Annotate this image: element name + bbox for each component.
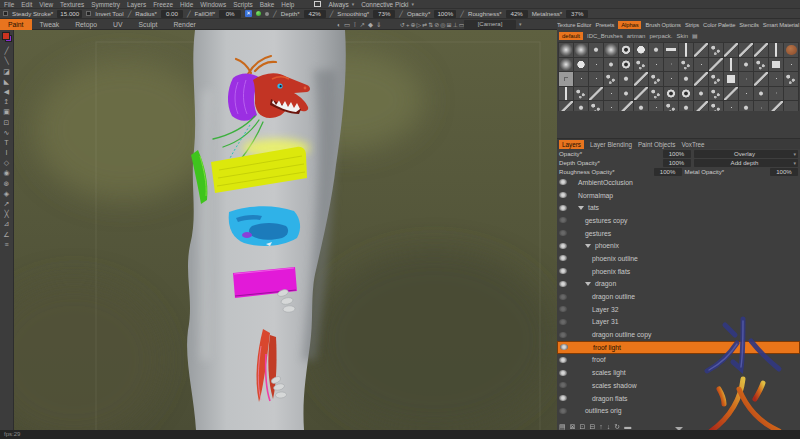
- layer-row-gestures-copy[interactable]: gestures copy: [557, 214, 800, 227]
- alpha-thumb-dot[interactable]: [604, 58, 618, 72]
- panel-tab-presets[interactable]: Presets: [595, 22, 614, 28]
- picking-dropdown[interactable]: Connective Picki ▾: [361, 1, 414, 8]
- panel-toggle-icon[interactable]: ▭: [344, 21, 350, 29]
- roughness-value[interactable]: 42%: [506, 10, 528, 18]
- zoom-icon[interactable]: ⊕: [411, 21, 416, 28]
- alpha-thumb-scatter[interactable]: [604, 72, 618, 86]
- alpha-thumb-dot[interactable]: [649, 43, 663, 57]
- alpha-thumb-scatter[interactable]: [784, 72, 798, 86]
- layers-tab-paint-objects[interactable]: Paint Objects: [638, 141, 675, 148]
- layer-row-phoenix-flats[interactable]: phoenix flats: [557, 265, 800, 278]
- alpha-thumb-noise[interactable]: [649, 58, 663, 72]
- shade-sphere-icon[interactable]: ◐: [337, 21, 341, 28]
- layer-row-normalmap[interactable]: Normalmap: [557, 189, 800, 202]
- layers-tab-voxtree[interactable]: VoxTree: [681, 141, 704, 148]
- focus-icon[interactable]: ◎: [440, 21, 445, 28]
- alpha-thumb-noise[interactable]: [589, 72, 603, 86]
- alpha-thumb-streak[interactable]: [694, 43, 708, 57]
- gem-tool-icon[interactable]: ◈: [1, 190, 13, 197]
- text-tool-icon[interactable]: T: [1, 139, 13, 146]
- menu-view[interactable]: View: [39, 1, 53, 8]
- alpha-thumb-grid[interactable]: [559, 72, 573, 86]
- layer-opacity-value[interactable]: 100%: [663, 150, 691, 158]
- alpha-thumb-brown[interactable]: [784, 43, 798, 57]
- steady-stroke-value[interactable]: 15.000: [57, 10, 82, 18]
- alpha-thumb-speck[interactable]: [739, 72, 753, 86]
- alpha-thumb-barv[interactable]: [679, 43, 693, 57]
- layer-row-dragon[interactable]: dragon: [557, 278, 800, 291]
- image-tool-icon[interactable]: I: [1, 149, 13, 156]
- alpha-thumb-streak[interactable]: [724, 43, 738, 57]
- visibility-toggle[interactable]: [559, 255, 567, 261]
- alpha-thumb-scatter[interactable]: [649, 87, 663, 101]
- menu-help[interactable]: Help: [281, 1, 294, 8]
- visibility-toggle[interactable]: [559, 205, 567, 211]
- layers-tool-icon[interactable]: ≡: [1, 241, 13, 248]
- alpha-thumb-barv[interactable]: [724, 58, 738, 72]
- alpha-thumb-scatter[interactable]: [709, 72, 723, 86]
- alpha-thumb-noise[interactable]: [649, 101, 663, 111]
- alpha-thumb-blank[interactable]: [784, 87, 798, 101]
- menu-freeze[interactable]: Freeze: [153, 1, 173, 8]
- mode-tab-sculpt[interactable]: Sculpt: [131, 19, 166, 30]
- alpha-thumb-noise[interactable]: [604, 87, 618, 101]
- disable-icon[interactable]: ⊘: [434, 21, 439, 28]
- layer-row-froof[interactable]: froof: [557, 354, 800, 367]
- visibility-toggle[interactable]: [559, 357, 567, 363]
- alpha-thumb-scatter[interactable]: [754, 58, 768, 72]
- alpha-thumb-noise[interactable]: [724, 101, 738, 111]
- angle-tool-icon[interactable]: ∠: [1, 231, 13, 238]
- alpha-thumb-streak[interactable]: [634, 87, 648, 101]
- clone-tool-icon[interactable]: ▣: [1, 108, 13, 115]
- alpha-thumb-hard[interactable]: [574, 58, 588, 72]
- alpha-thumb-dot[interactable]: [679, 72, 693, 86]
- alpha-thumb-noise[interactable]: [739, 87, 753, 101]
- depth-value[interactable]: 42%: [304, 10, 326, 18]
- plane-tool-icon[interactable]: ⊿: [1, 220, 13, 227]
- alpha-thumb-scatter[interactable]: [649, 72, 663, 86]
- alpha-thumb-noise[interactable]: [664, 72, 678, 86]
- eraser-tool-icon[interactable]: ◪: [1, 68, 13, 75]
- viewport-3d[interactable]: [14, 30, 557, 430]
- alpha-thumb-dot[interactable]: [574, 101, 588, 111]
- axis-icon[interactable]: ⊥: [453, 21, 458, 28]
- visibility-toggle[interactable]: [559, 230, 567, 236]
- alpha-thumb-scatter[interactable]: [679, 58, 693, 72]
- panel-tab-stencils[interactable]: Stencils: [739, 22, 759, 28]
- fill-tool-icon[interactable]: ◣: [1, 78, 13, 85]
- airbrush-tool-icon[interactable]: ◀: [1, 88, 13, 95]
- panel-tab-brush-options[interactable]: Brush Options: [645, 22, 680, 28]
- layer-row-layer-32[interactable]: Layer 32: [557, 303, 800, 316]
- pen-pressure-icon[interactable]: ╱: [128, 10, 132, 17]
- primary-color-swatch[interactable]: [2, 32, 10, 40]
- panel-tab-texture-editor[interactable]: Texture Editor: [557, 22, 591, 28]
- alpha-thumb-barv[interactable]: [769, 43, 783, 57]
- alpha-thumb-streak[interactable]: [754, 72, 768, 86]
- alpha-thumb-ring[interactable]: [619, 43, 633, 57]
- alpha-thumb-dot[interactable]: [589, 43, 603, 57]
- alpha-thumb-streak[interactable]: [769, 101, 783, 111]
- alpha-thumb-noise[interactable]: [694, 58, 708, 72]
- color-swatch[interactable]: [2, 32, 12, 42]
- alpha-thumb-soft[interactable]: [559, 58, 573, 72]
- layer-row-tats[interactable]: tats: [557, 201, 800, 214]
- panel-tab-strips[interactable]: Strips: [685, 22, 699, 28]
- layer-row-ambientocclusion[interactable]: AmbientOcclusion: [557, 176, 800, 189]
- layers-tab-layer-blending[interactable]: Layer Blending: [590, 141, 632, 148]
- chevron-down-icon[interactable]: ▾: [519, 21, 522, 27]
- roughness-opacity-value[interactable]: 100%: [654, 168, 682, 176]
- metalness-value[interactable]: 37%: [566, 10, 588, 18]
- drop-icon[interactable]: ◆: [368, 21, 373, 29]
- alpha-thumb-scatter[interactable]: [709, 101, 723, 111]
- alpha-thumb-streak[interactable]: [754, 43, 768, 57]
- pencil-tool-icon[interactable]: ╲: [1, 57, 13, 64]
- mode-tab-tweak[interactable]: Tweak: [32, 19, 68, 30]
- alpha-thumb-noise[interactable]: [784, 58, 798, 72]
- visibility-toggle[interactable]: [559, 243, 567, 249]
- visibility-toggle[interactable]: [559, 332, 567, 338]
- layer-row-dragon-flats[interactable]: dragon flats: [557, 392, 800, 405]
- menu-scripts[interactable]: Scripts: [233, 1, 253, 8]
- mode-tab-paint[interactable]: Paint: [0, 19, 32, 30]
- alpha-thumb-blank[interactable]: [784, 101, 798, 111]
- visibility-toggle[interactable]: [559, 408, 567, 414]
